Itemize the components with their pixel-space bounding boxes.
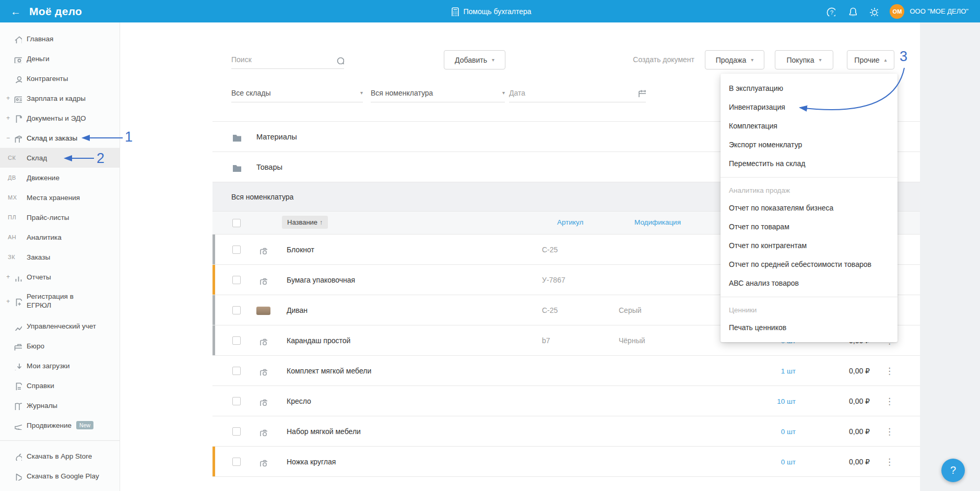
sidebar-item-zakazy[interactable]: ЗКЗаказы [0,247,120,267]
home-icon [13,34,22,43]
row-menu-icon[interactable]: ⋮ [885,395,894,406]
row-status-indicator [212,447,215,476]
chevron-down-icon: ▾ [360,90,363,96]
page-background [920,22,980,491]
chevron-down-icon: ▾ [502,90,505,96]
sidebar-item-moi-zagruzki[interactable]: Мои загрузки [0,356,120,376]
journals-icon [13,401,22,410]
row-checkbox[interactable] [232,397,241,405]
menu-item-otchet-po-tovaram[interactable]: Отчет по товарам [721,217,898,236]
stock-qty-link[interactable]: 0 шт [737,427,796,435]
menu-item-inventarizatsiya[interactable]: Инвентаризация [721,98,898,116]
other-button[interactable]: Прочие▴ [847,50,894,69]
table-row[interactable]: Ножка круглая 0 шт 0,00 ₽ ⋮ [212,446,920,476]
stock-qty-link[interactable]: 0 шт [737,458,796,465]
apple-icon [13,452,22,461]
menu-item-otchet-po-sredney-sebestoimosti[interactable]: Отчет по средней себестоимости товаров [721,255,898,274]
row-checkbox[interactable] [232,245,241,254]
sidebar-item-google-play[interactable]: Скачать в Google Play [0,466,120,486]
column-header-sku[interactable]: Артикул [557,218,583,226]
sort-asc-icon: ↑ [320,219,323,226]
camera-icon [258,245,267,254]
expand-icon[interactable]: + [6,298,13,305]
menu-item-abc-analiz-tovarov[interactable]: АВС анализ товаров [721,274,898,293]
table-row[interactable]: Кресло 10 шт 0,00 ₽ ⋮ [212,385,920,416]
sidebar-item-analitika[interactable]: АНАналитика [0,227,120,247]
add-button[interactable]: Добавить▾ [444,50,505,69]
row-checkbox[interactable] [232,367,241,375]
sidebar-item-glavnaya[interactable]: Главная [0,29,120,49]
column-header-modification[interactable]: Модификация [634,218,681,226]
organization-name[interactable]: ООО "МОЕ ДЕЛО" [910,7,969,15]
table-row[interactable]: Набор мягкой мебели 0 шт 0,00 ₽ ⋮ [212,416,920,446]
row-menu-icon[interactable]: ⋮ [885,426,894,437]
row-menu-icon[interactable]: ⋮ [885,456,894,467]
menu-item-v-ekspluatatsiyu[interactable]: В эксплуатацию [721,79,898,98]
sidebar-item-prays-listy[interactable]: ПЛПрайс-листы [0,207,120,227]
support-fab[interactable]: ? [941,459,965,482]
sidebar-item-prodvizhenie[interactable]: ПродвижениеNew [0,415,120,435]
menu-item-otchet-po-kontragentam[interactable]: Отчет по контрагентам [721,236,898,255]
expand-icon[interactable]: + [6,114,13,122]
bell-icon[interactable] [847,6,857,16]
downloads-icon [13,361,22,370]
collapse-icon[interactable]: − [6,134,13,142]
help-icon[interactable] [825,6,835,16]
sidebar-item-dengi[interactable]: Деньги [0,49,120,68]
app-logo[interactable]: Моё дело [29,5,82,18]
row-checkbox[interactable] [232,427,241,436]
menu-item-otchet-po-pokazatelyam-biznesa[interactable]: Отчет по показателям бизнеса [721,198,898,217]
menu-item-pechat-tsennikov[interactable]: Печать ценников [721,318,898,337]
create-document-label: Создать документ [595,55,694,64]
chevron-down-icon: ▾ [751,57,753,63]
gear-icon[interactable] [868,6,878,16]
date-filter[interactable]: Дата [509,84,646,102]
sidebar-item-dokumenty-i-edo[interactable]: +Документы и ЭДО [0,108,120,128]
purchase-button[interactable]: Покупка▾ [775,50,833,69]
promotion-icon [13,421,22,430]
column-header-name[interactable]: Название↑ [282,216,328,229]
stock-qty-link[interactable]: 10 шт [737,397,796,405]
sidebar-item-zhurnaly[interactable]: Журналы [0,395,120,415]
camera-icon [258,336,267,345]
search-icon[interactable] [335,55,344,64]
sidebar-divider [0,440,120,441]
warehouse-filter[interactable]: Все склады▾ [231,84,363,102]
sidebar-item-zarplata-i-kadry[interactable]: +Зарплата и кадры [0,88,120,108]
avatar[interactable]: ОМ [890,4,904,19]
sidebar-item-upravlencheskiy-uchet[interactable]: Управленческий учет [0,316,120,336]
nomenclature-filter[interactable]: Вся номенклатура▾ [371,84,505,102]
sale-button[interactable]: Продажа▾ [705,50,764,69]
reports-icon [13,273,22,282]
sidebar-item-app-store[interactable]: Скачать в App Store [0,446,120,466]
sidebar-item-spravki[interactable]: Справки [0,376,120,395]
menu-item-eksport-nomenklatur[interactable]: Экспорт номенклатур [721,135,898,154]
sidebar-item-dvizhenie[interactable]: ДВДвижение [0,168,120,188]
search-input[interactable] [231,55,328,64]
sidebar-item-kontragenty[interactable]: Контрагенты [0,68,120,88]
accountant-help-link[interactable]: Помощь бухгалтера [448,6,531,16]
stock-qty-link[interactable]: 1 шт [737,367,796,375]
row-checkbox[interactable] [232,458,241,466]
table-row[interactable]: Комплект мягкой мебели 1 шт 0,00 ₽ ⋮ [212,355,920,385]
sidebar-item-registratsiya-v-egryul[interactable]: +Регистрация в ЕГРЮЛ [0,287,120,316]
sidebar-item-byuro[interactable]: Бюро [0,336,120,356]
expand-icon[interactable]: + [6,95,13,102]
row-menu-icon[interactable]: ⋮ [885,365,894,376]
menu-item-komplektatsiya[interactable]: Комплектация [721,116,898,135]
select-all-checkbox[interactable] [232,219,241,227]
app-window: ← Моё дело Помощь бухгалтера ОМ ООО "МОЕ… [0,0,980,491]
row-checkbox[interactable] [232,336,241,345]
menu-item-peremestit-na-sklad[interactable]: Переместить на склад [721,154,898,173]
sidebar-item-mesta-khraneniya[interactable]: МХМеста хранения [0,188,120,207]
sidebar-item-sklad[interactable]: СКСклад [0,148,120,168]
annotation-step-3: 3 [900,49,907,65]
row-checkbox[interactable] [232,306,241,314]
row-checkbox[interactable] [232,276,241,284]
expand-icon[interactable]: + [6,273,13,280]
back-arrow-icon[interactable]: ← [10,6,21,17]
sidebar-item-otchety[interactable]: +Отчеты [0,267,120,287]
certificates-icon [13,381,22,390]
sidebar-item-sklad-i-zakazy[interactable]: −Склад и заказы [0,128,120,148]
topbar: ← Моё дело Помощь бухгалтера ОМ ООО "МОЕ… [0,0,980,22]
